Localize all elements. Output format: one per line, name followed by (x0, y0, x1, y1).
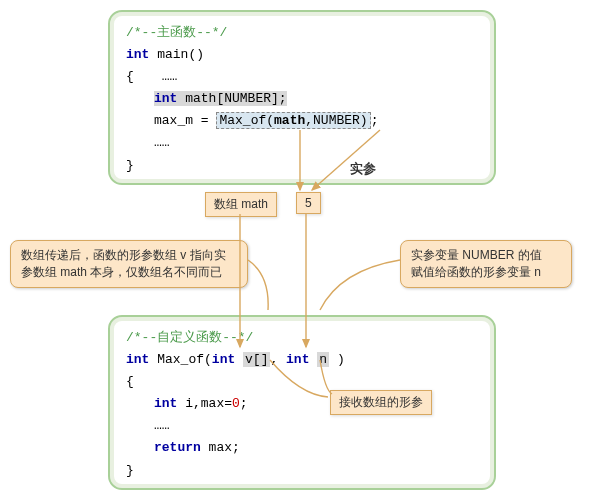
arg-math: math (274, 113, 305, 128)
comment: /*--自定义函数--*/ (126, 330, 253, 345)
kw-return: return (154, 440, 201, 455)
fn-name: Max_of( (149, 352, 211, 367)
decl-array: math[NUMBER]; (177, 91, 286, 106)
kw-int: int (286, 352, 309, 367)
ellipsis: …… (154, 418, 170, 433)
comment: /*--主函数--*/ (126, 25, 227, 40)
brace: } (126, 158, 134, 173)
callout-number-pass: 实参变量 NUMBER 的值赋值给函数的形参变量 n (400, 240, 572, 288)
tag-five: 5 (296, 192, 321, 214)
label-actual-args: 实参 (350, 160, 376, 178)
param-v: v[] (243, 352, 270, 367)
custom-function-panel: /*--自定义函数--*/ int Max_of(int v[], int n … (108, 315, 496, 490)
tag-recv-array: 接收数组的形参 (330, 390, 432, 415)
main-function-panel: /*--主函数--*/ int main() {…… int math[NUMB… (108, 10, 496, 185)
brace: { (126, 374, 134, 389)
ellipsis: …… (154, 135, 170, 150)
semicolon: ; (371, 113, 379, 128)
kw-int: int (126, 352, 149, 367)
callout-array-pass: 数组传递后，函数的形参数组 v 指向实参数组 math 本身，仅数组名不同而已 (10, 240, 248, 288)
tag-array-math: 数组 math (205, 192, 277, 217)
brace: { (126, 69, 134, 84)
arg-rest: ,NUMBER) (305, 113, 367, 128)
kw-int: int (212, 352, 235, 367)
kw-int: int (126, 47, 149, 62)
call-name: Max_of( (219, 113, 274, 128)
kw-int: int (154, 91, 177, 106)
param-n: n (317, 352, 329, 367)
call-highlight: Max_of(math,NUMBER) (216, 112, 370, 129)
ellipsis: …… (162, 69, 178, 84)
assign-lhs: max_m = (154, 113, 216, 128)
kw-int: int (154, 396, 177, 411)
brace: } (126, 463, 134, 478)
fn-name: main() (149, 47, 204, 62)
